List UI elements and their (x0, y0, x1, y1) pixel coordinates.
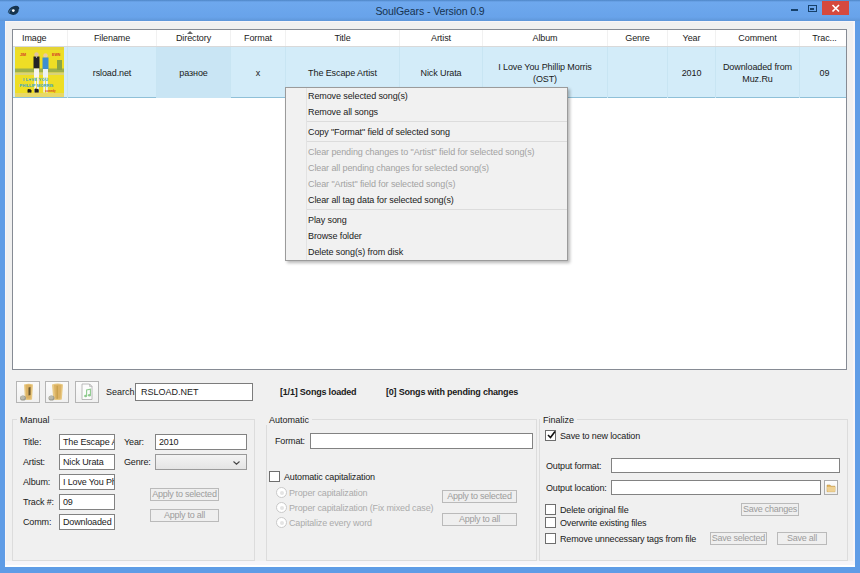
svg-text:EWN: EWN (52, 53, 61, 57)
svg-text:I L♥VE YOU: I L♥VE YOU (23, 77, 48, 82)
svg-text:comedy: comedy (45, 89, 56, 93)
svg-text:PHILLIP MORRIS: PHILLIP MORRIS (20, 83, 54, 88)
svg-text:JIM: JIM (20, 53, 26, 57)
